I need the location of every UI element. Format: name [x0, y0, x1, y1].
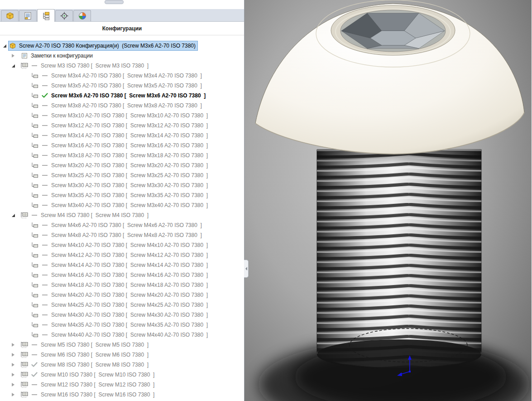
panel-splitter-handle[interactable]: [244, 260, 249, 278]
tree-item-label: Заметки к конфигурации: [30, 53, 94, 59]
tree-item[interactable]: Screw M5 ISO 7380 [ Screw M5 ISO 7380 ]: [0, 340, 244, 350]
config-parent-icon: [20, 212, 29, 219]
featuremanager-tab[interactable]: [1, 10, 19, 21]
expander-collapsed-icon[interactable]: [10, 353, 17, 357]
config-icon: [31, 331, 39, 338]
tree-item-content: Screw M3x5 A2-70 ISO 7380 [ Screw M3x5 A…: [31, 81, 204, 90]
expander-collapsed-icon[interactable]: [10, 343, 17, 347]
screw-shank[interactable]: [317, 150, 481, 369]
tree-item[interactable]: Screw M8 ISO 7380 [ Screw M8 ISO 7380 ]: [0, 360, 244, 370]
tree-item-content: Screw M4x12 A2-70 ISO 7380 [ Screw M4x12…: [31, 251, 210, 260]
tree-item-label: Screw M3x10 A2-70 ISO 7380 [ Screw M3x10…: [50, 112, 209, 119]
configuration-manager-panel: Конфигурации Screw A2-70 ISO 7380 Конфиг…: [0, 0, 244, 401]
config-icon: [31, 232, 39, 239]
tree-item[interactable]: Screw M6 ISO 7380 [ Screw M6 ISO 7380 ]: [0, 350, 244, 360]
expander-collapsed-icon[interactable]: [10, 383, 17, 387]
tree-item[interactable]: Screw M3x16 A2-70 ISO 7380 [ Screw M3x16…: [0, 140, 244, 150]
inactive-config-check-icon: [30, 362, 39, 367]
dash-icon: [40, 174, 49, 176]
tree-item[interactable]: Screw M4 ISO 7380 [ Screw M4 ISO 7380 ]: [0, 210, 244, 220]
tree-item[interactable]: Screw M3x40 A2-70 ISO 7380 [ Screw M3x40…: [0, 200, 244, 210]
dash-icon: [30, 384, 39, 386]
tree-item-label: Screw M8 ISO 7380 [ Screw M8 ISO 7380 ]: [40, 362, 149, 368]
tree-item[interactable]: Screw M3x35 A2-70 ISO 7380 [ Screw M3x35…: [0, 190, 244, 200]
tree-item[interactable]: Screw M3x25 A2-70 ISO 7380 [ Screw M3x25…: [0, 170, 244, 180]
tree-item-label: Screw M3x25 A2-70 ISO 7380 [ Screw M3x25…: [50, 172, 209, 179]
tree-item-content: Screw M4x10 A2-70 ISO 7380 [ Screw M4x10…: [31, 241, 210, 250]
tree-item-content: Screw M3x30 A2-70 ISO 7380 [ Screw M3x30…: [31, 181, 210, 190]
tree-item-content: Screw M3x25 A2-70 ISO 7380 [ Screw M3x25…: [31, 171, 210, 180]
tree-item[interactable]: Screw M3x10 A2-70 ISO 7380 [ Screw M3x10…: [0, 111, 244, 121]
config-icon: [31, 261, 39, 269]
tree-item[interactable]: Screw M4x35 A2-70 ISO 7380 [ Screw M4x35…: [0, 320, 244, 330]
tree-item-label: Screw M4x25 A2-70 ISO 7380 [ Screw M4x25…: [50, 302, 209, 308]
tree-item-content: Screw M4x6 A2-70 ISO 7380 [ Screw M4x6 A…: [31, 221, 204, 230]
tree-item-label: Screw A2-70 ISO 7380 Конфигурация(и) (Sc…: [18, 43, 197, 49]
expander-collapsed-icon[interactable]: [10, 393, 17, 396]
tree-item[interactable]: Screw M4x20 A2-70 ISO 7380 [ Screw M4x20…: [0, 290, 244, 300]
tree-item[interactable]: Screw M4x14 A2-70 ISO 7380 [ Screw M4x14…: [0, 260, 244, 270]
dash-icon: [40, 324, 49, 326]
dash-icon: [40, 184, 49, 186]
config-icon: [31, 82, 39, 89]
tree-item[interactable]: Screw M3x5 A2-70 ISO 7380 [ Screw M3x5 A…: [0, 81, 244, 91]
configurationmanager-tab[interactable]: [37, 9, 55, 22]
tree-item[interactable]: Screw M16 ISO 7380 [ Screw M16 ISO 7380 …: [0, 390, 244, 400]
config-icon: [31, 202, 39, 209]
dimxpertmanager-tab[interactable]: [55, 10, 73, 21]
propertymanager-tab[interactable]: [19, 10, 37, 21]
tree-item[interactable]: Screw M4x12 A2-70 ISO 7380 [ Screw M4x12…: [0, 250, 244, 260]
expander-collapsed-icon[interactable]: [10, 54, 17, 58]
tree-item[interactable]: Screw M3x8 A2-70 ISO 7380 [ Screw M3x8 A…: [0, 101, 244, 111]
tree-item[interactable]: Screw M3x6 A2-70 ISO 7380 [ Screw M3x6 A…: [0, 91, 244, 101]
dash-icon: [40, 204, 49, 206]
panel-scrollbar-thumb[interactable]: [105, 0, 124, 4]
dimxpert-icon: [60, 11, 69, 20]
tree-item-label: Screw M5 ISO 7380 [ Screw M5 ISO 7380 ]: [40, 342, 149, 348]
tree-item[interactable]: Screw M10 ISO 7380 [ Screw M10 ISO 7380 …: [0, 370, 244, 380]
tree-item[interactable]: Screw M4x30 A2-70 ISO 7380 [ Screw M4x30…: [0, 310, 244, 320]
tree-item-label: Screw M3 ISO 7380 [ Screw M3 ISO 7380 ]: [40, 63, 149, 69]
tree-item-label: Screw M3x8 A2-70 ISO 7380 [ Screw M3x8 A…: [50, 102, 203, 109]
expander-expanded-icon[interactable]: [1, 44, 8, 48]
tree-item[interactable]: Screw M12 ISO 7380 [ Screw M12 ISO 7380 …: [0, 380, 244, 390]
tree-item[interactable]: Screw M3x18 A2-70 ISO 7380 [ Screw M3x18…: [0, 150, 244, 160]
tree-item[interactable]: Screw M3 ISO 7380 [ Screw M3 ISO 7380 ]: [0, 61, 244, 71]
expander-expanded-icon[interactable]: [10, 214, 17, 217]
tree-item[interactable]: Screw M4x8 A2-70 ISO 7380 [ Screw M4x8 A…: [0, 230, 244, 240]
tree-item[interactable]: Screw M4x25 A2-70 ISO 7380 [ Screw M4x25…: [0, 300, 244, 310]
tree-item[interactable]: Screw A2-70 ISO 7380 Конфигурация(и) (Sc…: [0, 41, 244, 51]
expander-expanded-icon[interactable]: [10, 64, 17, 68]
config-parent-icon: [20, 361, 29, 368]
tree-item[interactable]: Screw M3x30 A2-70 ISO 7380 [ Screw M3x30…: [0, 180, 244, 190]
expander-collapsed-icon[interactable]: [10, 363, 17, 367]
dash-icon: [30, 214, 39, 216]
graphics-viewport[interactable]: [244, 0, 532, 401]
tree-item[interactable]: Screw M4x6 A2-70 ISO 7380 [ Screw M4x6 A…: [0, 220, 244, 230]
configurations-icon: [42, 11, 51, 20]
tree-item-content: Screw M8 ISO 7380 [ Screw M8 ISO 7380 ]: [20, 360, 150, 369]
config-icon: [31, 142, 39, 149]
tree-item-content: Screw M4x14 A2-70 ISO 7380 [ Screw M4x14…: [31, 261, 210, 270]
dash-icon: [40, 85, 49, 87]
hex-socket[interactable]: [331, 5, 455, 55]
tree-item-content: Screw M4x16 A2-70 ISO 7380 [ Screw M4x16…: [31, 271, 210, 280]
tree-item[interactable]: Заметки к конфигурации: [0, 51, 244, 61]
tree-item[interactable]: Screw M4x18 A2-70 ISO 7380 [ Screw M4x18…: [0, 280, 244, 290]
dash-icon: [40, 254, 49, 256]
tree-item[interactable]: Screw M4x16 A2-70 ISO 7380 [ Screw M4x16…: [0, 270, 244, 280]
tree-item-content: Screw M3 ISO 7380 [ Screw M3 ISO 7380 ]: [20, 61, 150, 70]
displaymanager-tab[interactable]: [73, 10, 91, 21]
tree-item[interactable]: Screw M4x10 A2-70 ISO 7380 [ Screw M4x10…: [0, 240, 244, 250]
tree-item[interactable]: Screw M3x12 A2-70 ISO 7380 [ Screw M3x12…: [0, 121, 244, 130]
tree-item[interactable]: Screw M3x14 A2-70 ISO 7380 [ Screw M3x14…: [0, 130, 244, 140]
tree-item[interactable]: Screw M3x4 A2-70 ISO 7380 [ Screw M3x4 A…: [0, 71, 244, 81]
tree-item-content: Screw M3x40 A2-70 ISO 7380 [ Screw M3x40…: [31, 201, 210, 210]
tree-item[interactable]: Screw M3x20 A2-70 ISO 7380 [ Screw M3x20…: [0, 160, 244, 170]
expander-collapsed-icon[interactable]: [10, 373, 17, 377]
config-icon: [31, 92, 39, 99]
tree-item[interactable]: Screw M4x40 A2-70 ISO 7380 [ Screw M4x40…: [0, 330, 244, 340]
dash-icon: [40, 264, 49, 266]
tree-item-content: Screw M4x8 A2-70 ISO 7380 [ Screw M4x8 A…: [31, 231, 204, 240]
tree-item-label: Screw M3x16 A2-70 ISO 7380 [ Screw M3x16…: [50, 142, 209, 149]
